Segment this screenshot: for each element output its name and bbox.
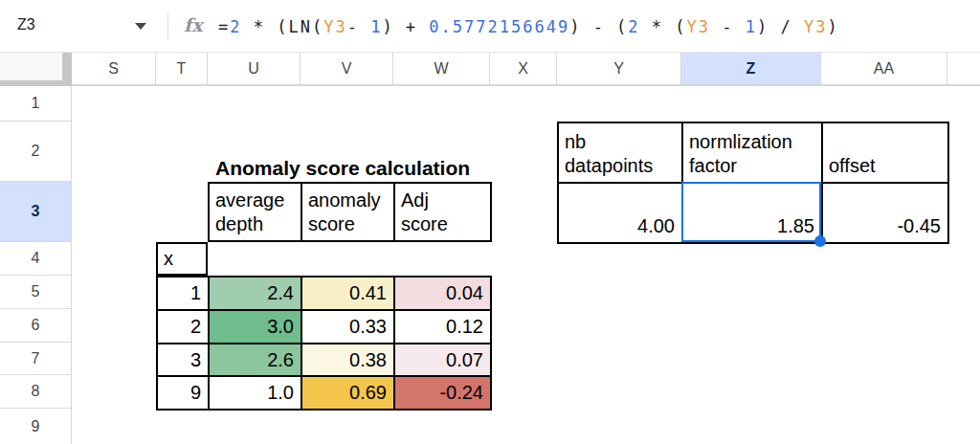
- formula-token: Y3: [687, 17, 710, 36]
- cell-normalization-factor-value[interactable]: 1.85: [683, 184, 823, 244]
- cell-adj-score-2[interactable]: 0.12: [395, 311, 492, 344]
- formula-token: ) - (: [569, 17, 628, 36]
- cell-x-3[interactable]: 3: [158, 344, 210, 377]
- cell-normalization-factor-header[interactable]: normlization factor: [683, 123, 823, 184]
- cell-avg-depth-3[interactable]: 2.6: [210, 344, 302, 377]
- row-header-4[interactable]: 4: [0, 242, 71, 276]
- column-header-partial[interactable]: [947, 53, 980, 86]
- column-header-s[interactable]: S: [72, 53, 156, 86]
- column-header-w[interactable]: W: [393, 53, 490, 86]
- cell-canvas[interactable]: Anomaly score calculation average depth …: [72, 86, 980, 444]
- params-table: nb datapoints normlization factor offset…: [557, 122, 949, 244]
- column-header-u[interactable]: U: [208, 53, 301, 86]
- row-header-3[interactable]: 3: [0, 182, 71, 242]
- fx-icon: fx: [184, 14, 203, 35]
- formula-token: * (LN(: [242, 17, 324, 36]
- cell-x-header[interactable]: x: [156, 242, 208, 276]
- formula-token: =: [218, 17, 230, 36]
- cell-x-4[interactable]: 9: [158, 377, 210, 411]
- formula-input[interactable]: =2 * (LN(Y3- 1) + 0.5772156649) - (2 * (…: [218, 0, 980, 53]
- cell-offset-header[interactable]: offset: [823, 123, 949, 184]
- cell-nb-datapoints-header[interactable]: nb datapoints: [559, 123, 683, 184]
- column-header-aa[interactable]: AA: [821, 53, 947, 86]
- cell-avg-depth-2[interactable]: 3.0: [210, 311, 302, 344]
- cell-nb-datapoints-value[interactable]: 4.00: [559, 184, 683, 244]
- cell-anomaly-score-4[interactable]: 0.69: [302, 377, 395, 411]
- formula-token: ) +: [382, 17, 429, 36]
- spreadsheet-app: Z3 fx =2 * (LN(Y3- 1) + 0.5772156649) - …: [0, 0, 980, 444]
- row-header-7[interactable]: 7: [0, 343, 71, 375]
- formula-token: -: [710, 17, 746, 36]
- cell-x-2[interactable]: 2: [158, 311, 210, 344]
- anomaly-table-title[interactable]: Anomaly score calculation: [215, 153, 470, 180]
- formula-token: 1: [746, 17, 757, 36]
- column-header-x[interactable]: X: [490, 53, 557, 86]
- cell-avg-depth-1[interactable]: 2.4: [210, 278, 302, 311]
- cell-adj-score-4[interactable]: -0.24: [395, 377, 492, 411]
- column-header-y[interactable]: Y: [557, 53, 681, 86]
- sheet-grid: S T U V W X Y Z AA 1 2 3 4 5 6 7 8 9 Ano…: [0, 53, 980, 444]
- anomaly-table-header-row: average depth anomaly score Adj score: [208, 182, 492, 242]
- cell-anomaly-score-2[interactable]: 0.33: [302, 311, 395, 344]
- column-header-v[interactable]: V: [301, 53, 393, 86]
- formula-token: ) /: [757, 17, 804, 36]
- row-header-2[interactable]: 2: [0, 122, 71, 182]
- formula-token: Y3: [323, 17, 346, 36]
- cell-offset-value[interactable]: -0.45: [823, 184, 949, 244]
- select-all-corner[interactable]: [0, 53, 72, 86]
- formula-token: * (: [640, 17, 687, 36]
- cell-anomaly-score-header[interactable]: anomaly score: [302, 184, 395, 242]
- cell-adj-score-3[interactable]: 0.07: [395, 344, 492, 377]
- formula-token: 0.5772156649: [429, 17, 569, 36]
- formula-token: -: [347, 17, 370, 36]
- formula-token: Y3: [804, 17, 827, 36]
- name-box-value: Z3: [17, 16, 35, 33]
- row-header-9[interactable]: 9: [0, 409, 71, 444]
- column-header-z[interactable]: Z: [681, 53, 821, 86]
- formula-token: 1: [370, 17, 382, 36]
- cell-avg-depth-header[interactable]: average depth: [210, 184, 302, 242]
- cell-adj-score-header[interactable]: Adj score: [395, 184, 492, 242]
- cell-x-1[interactable]: 1: [158, 278, 210, 311]
- row-header-1[interactable]: 1: [0, 86, 71, 122]
- formula-token: 2: [230, 17, 241, 36]
- row-header-6[interactable]: 6: [0, 309, 71, 343]
- anomaly-table-data: 1 2.4 0.41 0.04 2 3.0 0.33 0.12 3 2.6 0.…: [156, 276, 492, 411]
- toolbar-divider: [167, 12, 168, 40]
- row-header-strip: 1 2 3 4 5 6 7 8 9: [0, 86, 72, 444]
- cell-adj-score-1[interactable]: 0.04: [395, 278, 492, 311]
- formula-bar: Z3 fx =2 * (LN(Y3- 1) + 0.5772156649) - …: [0, 0, 980, 53]
- column-header-strip: S T U V W X Y Z AA: [0, 53, 980, 86]
- chevron-down-icon[interactable]: [135, 23, 146, 30]
- column-header-t[interactable]: T: [156, 53, 208, 86]
- row-header-8[interactable]: 8: [0, 375, 71, 409]
- formula-token: 2: [628, 17, 639, 36]
- fill-handle[interactable]: [814, 235, 826, 247]
- cell-anomaly-score-1[interactable]: 0.41: [302, 278, 395, 311]
- cell-avg-depth-4[interactable]: 1.0: [210, 377, 302, 411]
- cell-anomaly-score-3[interactable]: 0.38: [302, 344, 395, 377]
- formula-token: ): [827, 17, 838, 36]
- row-header-5[interactable]: 5: [0, 276, 71, 309]
- name-box[interactable]: Z3: [0, 0, 153, 53]
